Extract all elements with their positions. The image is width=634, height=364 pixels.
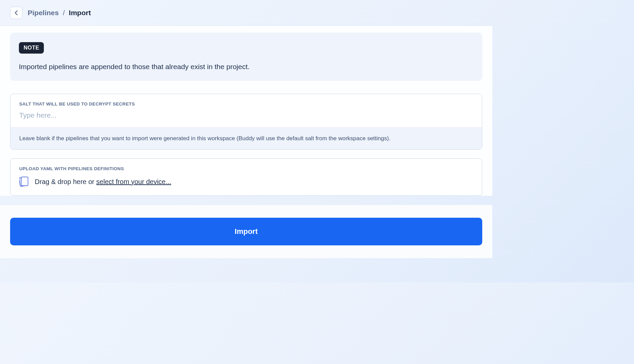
note-text: Imported pipelines are appended to those…	[19, 62, 473, 71]
salt-input[interactable]	[10, 111, 482, 127]
dropzone-prefix: Drag & drop here or	[35, 178, 96, 185]
breadcrumb-separator: /	[63, 9, 65, 17]
breadcrumb: Pipelines / Import	[28, 9, 91, 17]
select-file-link[interactable]: select from your device...	[96, 178, 171, 185]
footer: Import	[0, 205, 492, 258]
back-button[interactable]	[10, 7, 22, 19]
salt-section: SALT THAT WILL BE USED TO DECRYPT SECRET…	[10, 94, 482, 150]
dropzone-text: Drag & drop here or select from your dev…	[35, 178, 171, 186]
note-card: NOTE Imported pipelines are appended to …	[10, 33, 482, 81]
salt-hint: Leave blank if the pipelines that you wa…	[10, 127, 482, 149]
header: Pipelines / Import	[0, 0, 492, 26]
upload-dropzone[interactable]: Drag & drop here or select from your dev…	[10, 176, 482, 195]
upload-label: UPLOAD YAML WITH PIPELINES DEFINITIONS	[10, 159, 482, 176]
breadcrumb-parent-link[interactable]: Pipelines	[28, 9, 59, 17]
import-button[interactable]: Import	[10, 218, 482, 245]
breadcrumb-current: Import	[69, 9, 91, 17]
note-badge: NOTE	[19, 42, 44, 54]
salt-label: SALT THAT WILL BE USED TO DECRYPT SECRET…	[10, 94, 482, 111]
main-content: NOTE Imported pipelines are appended to …	[0, 26, 492, 196]
file-icon	[19, 176, 29, 187]
upload-section: UPLOAD YAML WITH PIPELINES DEFINITIONS D…	[10, 158, 482, 196]
chevron-left-icon	[15, 10, 18, 16]
svg-rect-1	[21, 177, 28, 186]
